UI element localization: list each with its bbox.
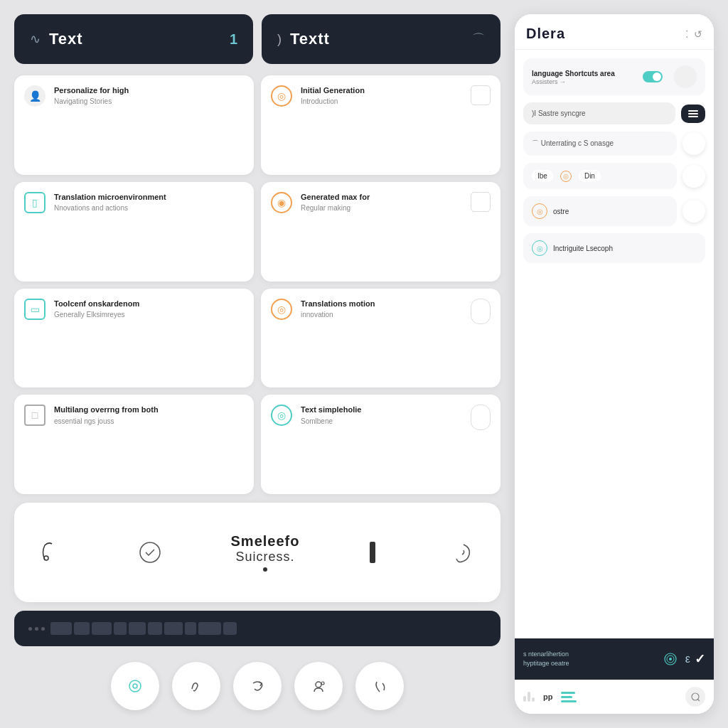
card-icon-2: ◎ [271,85,292,107]
dot-1 [28,627,32,631]
success-icon-center [132,535,168,570]
chip-ibe[interactable]: Ibe [532,170,553,182]
phone-avatar-1 [674,65,697,88]
phone-footer-bars [523,692,535,702]
phone-footer-label: pp [543,692,552,701]
btn1-number: 1 [230,31,237,48]
chip-din[interactable]: Din [579,170,601,182]
phone-footer-circle[interactable] [685,687,705,707]
feature-card-4[interactable]: ◉ Generated max for Regular making [261,182,500,282]
dark-bar-dots [28,627,45,631]
bar-1 [523,696,526,702]
seg-4 [114,622,127,635]
fline-3 [561,700,577,702]
divider-line [370,542,375,563]
card-subtitle-4: Regular making [301,203,462,213]
phone-row-3[interactable]: ⌒ Unterrating c S onasge [523,132,677,156]
wave-icon-left: ∿ [30,31,41,47]
phone-bottom-dark: s ntenarlihertion hyptitage oeatre ε ✓ [515,638,714,680]
feature-card-1[interactable]: 👤 Personalize for high Navigating Storie… [14,75,254,175]
phone-row-1[interactable]: language Shortcuts area Assisters → [523,58,705,95]
circle-btn-2[interactable] [172,662,220,710]
card-subtitle-1: Navigating Stories [54,97,244,106]
left-section: ∿ Text 1 ) Textt ⌒ 👤 Personalize for hig… [14,14,500,714]
seg-6 [148,622,162,635]
phone-header: Dlera ⁚ ↺ [515,14,714,50]
card-icon-4: ◉ [271,192,292,213]
card-icon-7: □ [24,405,46,426]
seg-1 [50,622,72,635]
svg-point-3 [133,684,137,688]
feature-card-2[interactable]: ◎ Initial Generation Introduction [261,75,500,175]
menu-bar-3 [688,116,698,117]
seg-9 [198,622,221,635]
card-title-2: Initial Generation [301,85,462,95]
svg-point-2 [129,680,141,692]
svg-point-1 [140,542,160,562]
phone-row-2[interactable]: )I Sastre syncgre [523,102,675,124]
feature-card-5[interactable]: ▭ Toolcenf onskardenom Generally Elksimr… [14,289,254,388]
phone-circle-3 [682,132,705,155]
dot-2 [35,627,38,631]
phone-header-actions: ⁚ ↺ [685,28,702,40]
phone-content: language Shortcuts area Assisters → )I S… [515,50,714,638]
phone-check-icon: ✓ [695,651,705,667]
phone-menu-button[interactable] [681,105,705,123]
phone-frame: Dlera ⁚ ↺ language Shortcuts area Assist… [515,14,714,714]
card-icon-3: ▯ [24,192,46,213]
feature-card-3[interactable]: ▯ Translation microenvironment Nnovation… [14,182,254,282]
phone-row6-container: ◎ Inctriguite Lsecoph [523,233,705,263]
seg-7 [164,622,183,635]
seg-5 [129,622,146,635]
phone-row-3-text: ⌒ Unterrating c S onasge [532,139,614,149]
phone-bottom-footer: pp [515,680,714,714]
text-button-1[interactable]: ∿ Text 1 [14,14,253,64]
success-dot [263,567,267,572]
card-title-1: Personalize for high [54,85,244,95]
feature-card-8[interactable]: ◎ Text simpleholie Somlbene [261,395,500,494]
seg-3 [92,622,112,635]
card-icon-5: ▭ [24,299,46,320]
text-button-2[interactable]: ) Textt ⌒ [262,14,500,64]
card-subtitle-2: Introduction [301,97,462,106]
phone-row-6-text: Inctriguite Lsecoph [553,245,613,252]
phone-row-6[interactable]: ◎ Inctriguite Lsecoph [523,233,705,263]
phone-toggle-1[interactable] [643,71,663,82]
phone-row-4[interactable]: Ibe ◎ Din [523,163,677,189]
card-subtitle-5: Generally Elksimreyes [54,310,244,319]
phone-circle-4 [682,165,705,188]
circle-btn-1[interactable] [111,662,159,710]
card-title-7: Multilang overrng from both [54,405,244,414]
phone-circle-5 [682,200,705,223]
card-subtitle-8: Somlbene [301,417,462,426]
phone-title: Dlera [526,26,565,42]
wave-icon-right: ⌒ [472,31,485,48]
card-title-6: Translations motion [301,299,462,309]
card-title-5: Toolcenf onskardenom [54,299,244,309]
phone-row-5[interactable]: ◎ ostre [523,196,677,226]
card-subtitle-6: innovation [301,310,462,319]
bar-2 [528,692,530,702]
phone-row-5-text: ostre [553,208,569,215]
success-icon-right [445,535,481,570]
circle-btn-4[interactable] [294,662,343,710]
circle-btn-3[interactable] [233,662,282,710]
phone-row-1-title: language Shortcuts area [532,69,636,78]
btn2-label: Textt [290,30,330,48]
success-card: Smeleefo Suicress. [14,503,500,602]
dark-bar [14,611,500,646]
phone-footer-lines [561,692,577,702]
phone-refresh-icon[interactable]: ↺ [694,28,702,40]
card-title-3: Translation microenvironment [54,192,244,202]
phone-bottom-icons: ε ✓ [660,648,705,670]
feature-card-7[interactable]: □ Multilang overrng from both essential … [14,395,254,494]
card-title-8: Text simpleholie [301,405,462,414]
circle-btn-5[interactable] [355,662,404,710]
chip-icon-4: ◎ [560,171,572,182]
phone-menu-dots[interactable]: ⁚ [685,28,688,40]
card-title-4: Generated max for [301,192,462,202]
feature-card-6[interactable]: ◎ Translations motion innovation [261,289,500,388]
phone-row5-container: ◎ ostre [523,196,705,226]
card-icon-1: 👤 [24,85,46,107]
menu-bar-1 [688,110,698,112]
